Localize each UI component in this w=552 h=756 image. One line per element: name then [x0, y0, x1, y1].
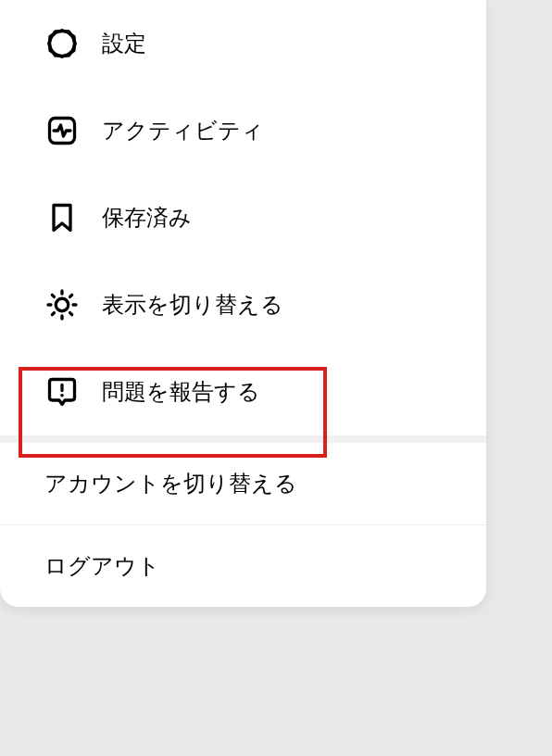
svg-line-9 [70, 313, 72, 315]
svg-point-3 [56, 298, 69, 311]
menu-item-switch-appearance[interactable]: 表示を切り替える [0, 261, 486, 348]
svg-point-13 [60, 394, 64, 397]
menu-item-settings[interactable]: 設定 [0, 0, 486, 87]
menu-item-report-problem[interactable]: 問題を報告する [0, 348, 486, 435]
svg-line-11 [70, 295, 72, 296]
sun-icon [44, 287, 80, 322]
gear-icon [44, 26, 80, 61]
svg-point-1 [55, 36, 70, 52]
menu-item-label: 表示を切り替える [102, 290, 283, 320]
svg-line-10 [52, 313, 54, 315]
menu-divider [0, 435, 486, 443]
menu-item-label: 設定 [102, 29, 146, 58]
menu-item-label: アカウントを切り替える [44, 469, 297, 498]
bookmark-icon [44, 200, 80, 235]
menu-item-logout[interactable]: ログアウト [0, 525, 486, 607]
alert-icon [44, 374, 80, 410]
menu-item-label: ログアウト [44, 551, 160, 581]
settings-menu-panel: 設定 アクティビティ 保存済み 表示を切り替える 問題を報告する [0, 0, 486, 607]
svg-line-8 [52, 295, 54, 296]
menu-item-switch-account[interactable]: アカウントを切り替える [0, 443, 486, 524]
menu-item-label: アクティビティ [102, 116, 264, 145]
activity-icon [44, 113, 80, 148]
menu-section-main: 設定 アクティビティ 保存済み 表示を切り替える 問題を報告する [0, 0, 486, 435]
menu-item-saved[interactable]: 保存済み [0, 174, 486, 261]
menu-item-label: 保存済み [102, 203, 192, 233]
menu-item-activity[interactable]: アクティビティ [0, 87, 486, 174]
menu-item-label: 問題を報告する [102, 377, 260, 407]
